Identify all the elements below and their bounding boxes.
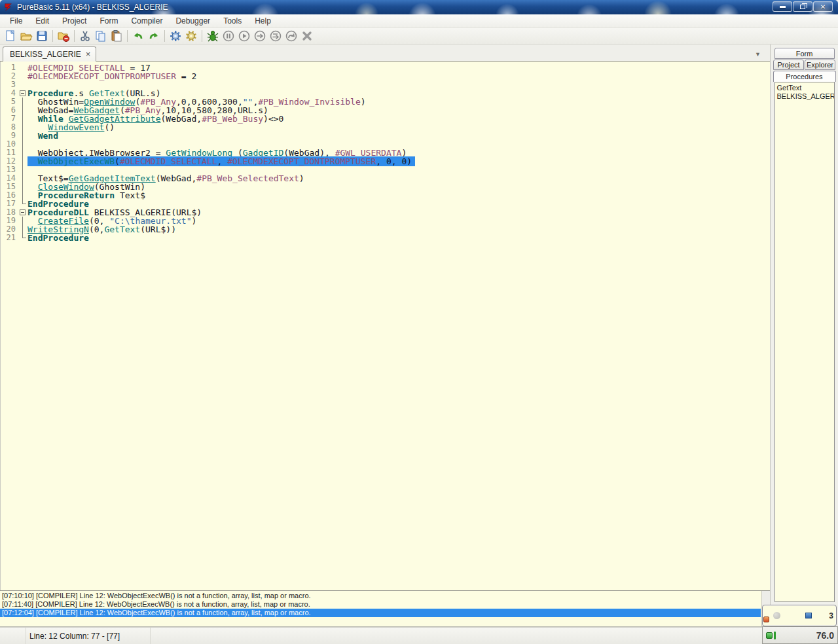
menu-project[interactable]: Project [56, 15, 92, 27]
redo-icon [147, 29, 160, 43]
side-panel: Form ProjectExplorer Procedures GetTextB… [770, 45, 838, 627]
new-file-button[interactable] [3, 28, 18, 44]
log-entry[interactable]: [07:10:10] [COMPILER] Line 12: WebObject… [0, 592, 770, 600]
close-file-button[interactable] [56, 28, 71, 44]
purebasic-logo-icon [4, 3, 13, 12]
tab-explorer[interactable]: Explorer [805, 60, 835, 70]
step-button[interactable] [252, 28, 268, 44]
tab-belkiss-algerie[interactable]: BELKISS_ALGERIE × [3, 46, 96, 62]
open-file-button[interactable] [18, 28, 34, 44]
fold-margin [18, 72, 27, 80]
tab-list-dropdown-icon[interactable]: ▼ [755, 51, 761, 58]
close-button[interactable]: ✕ [813, 1, 833, 12]
menu-edit[interactable]: Edit [29, 15, 55, 27]
step-icon [253, 29, 266, 43]
close-file-icon [57, 29, 70, 43]
menu-debugger[interactable]: Debugger [170, 15, 216, 27]
toolbar-separator [127, 30, 128, 42]
toolbar-separator [164, 30, 165, 42]
procedures-list[interactable]: GetTextBELKISS_ALGERIE [774, 82, 835, 602]
toolbar [0, 27, 838, 45]
green-bar-icon [774, 632, 776, 639]
tab-close-icon[interactable]: × [86, 51, 91, 58]
debugger-button[interactable] [205, 28, 221, 44]
fold-marker-mid [18, 149, 27, 157]
menu-help[interactable]: Help [249, 15, 277, 27]
code-line: 21EndProcedure [1, 234, 770, 242]
line-number: 21 [1, 234, 18, 242]
purebasic-ide-window: { "window": { "title": "PureBasic 5.11 (… [0, 0, 838, 644]
compiler-log: [07:10:10] [COMPILER] Line 12: WebObject… [0, 590, 770, 627]
step-over-button[interactable] [268, 28, 283, 44]
code-line: 12 WebObjectExecWB(#OLECMDID_SELECTALL, … [1, 157, 770, 166]
run-button[interactable] [236, 28, 252, 44]
copy-button[interactable] [93, 28, 109, 44]
procedure-item[interactable]: GetText [777, 84, 834, 92]
title-bar[interactable]: PureBasic 5.11 (x64) - BELKISS_ALGERIE ✕ [0, 0, 838, 14]
code-line: 20WriteStringN(0,GetText(URL$)) [1, 225, 770, 234]
kill-program-icon [301, 29, 314, 43]
debugger-icon [206, 29, 219, 43]
step-over-icon [269, 29, 282, 43]
redo-button[interactable] [146, 28, 162, 44]
undo-button[interactable] [130, 28, 146, 44]
status-bar: Line: 12 Column: 77 - [77] [0, 627, 838, 644]
menu-file[interactable]: File [4, 15, 28, 27]
fold-marker-mid [18, 225, 27, 234]
fold-marker-end [18, 200, 27, 208]
fold-marker-end [18, 234, 27, 242]
code-text: EndProcedure [27, 234, 89, 242]
status-line-column: Line: 12 Column: 77 - [77] [26, 628, 151, 644]
fold-marker-mid [18, 183, 27, 191]
code-line: 8 WindowEvent() [1, 123, 770, 132]
document-tab-bar: BELKISS_ALGERIE × ▼ [0, 45, 770, 62]
fold-margin [18, 63, 27, 72]
code-line: 16 ProcedureReturn Text$ [1, 191, 770, 200]
orange-marker-icon [763, 617, 769, 622]
cut-button[interactable] [77, 28, 93, 44]
panel-tab-row: ProjectExplorer [773, 60, 835, 70]
fold-marker-start[interactable] [18, 89, 27, 98]
step-out-icon [285, 29, 298, 43]
fold-marker-mid [18, 115, 27, 123]
kill-program-button[interactable] [299, 28, 315, 44]
undo-icon [132, 29, 145, 43]
run-icon [238, 29, 251, 43]
tab-project[interactable]: Project [773, 60, 804, 70]
compile-button[interactable] [168, 28, 183, 44]
overlay-status-bar: 76.0 [762, 626, 838, 644]
compiler-options-button[interactable] [183, 28, 199, 44]
new-file-icon [4, 29, 17, 43]
fold-margin [18, 80, 27, 89]
fold-marker-mid [18, 123, 27, 132]
form-panel-button[interactable]: Form [774, 48, 835, 59]
toolbar-separator [74, 30, 75, 42]
minimize-button[interactable] [773, 1, 792, 12]
fold-marker-start[interactable] [18, 208, 27, 217]
pause-icon [222, 29, 235, 43]
paste-button[interactable] [109, 28, 124, 44]
code-editor[interactable]: 1#OLECMDID_SELECTALL = 172#OLECMDEXECOPT… [0, 62, 770, 590]
cut-icon [79, 29, 92, 43]
save-file-icon [35, 29, 48, 43]
menu-form[interactable]: Form [94, 15, 124, 27]
save-file-button[interactable] [34, 28, 50, 44]
green-status-icon [766, 632, 773, 639]
restore-button[interactable] [793, 1, 812, 12]
flower-icon [773, 612, 780, 619]
fold-marker-mid [18, 106, 27, 115]
procedure-item[interactable]: BELKISS_ALGERIE [777, 92, 834, 101]
log-entry[interactable]: [07:11:40] [COMPILER] Line 12: WebObject… [0, 600, 770, 609]
log-entry-selected[interactable]: [07:12:04] [COMPILER] Line 12: WebObject… [0, 609, 761, 617]
overlay-count: 3 [829, 611, 833, 620]
step-out-button[interactable] [283, 28, 299, 44]
paste-icon [110, 29, 123, 43]
pause-button[interactable] [221, 28, 236, 44]
overlay-window: 3 [762, 605, 837, 626]
code-text: Wend [27, 132, 58, 140]
status-cell-spacer [151, 628, 838, 644]
tab-procedures[interactable]: Procedures [773, 71, 836, 82]
menu-compiler[interactable]: Compiler [125, 15, 168, 27]
menu-tools[interactable]: Tools [217, 15, 247, 27]
status-cell-empty [0, 628, 26, 644]
